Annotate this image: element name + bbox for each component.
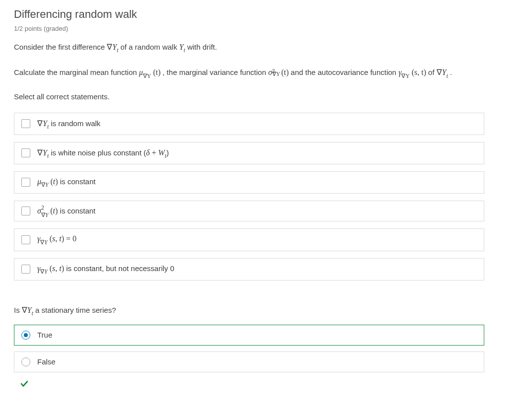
- checkbox-option-3[interactable]: μ∇Y (t) is constant: [14, 171, 484, 194]
- problem-title: Differencing random walk: [14, 8, 484, 21]
- text: Calculate the marginal mean function: [14, 68, 139, 76]
- checkbox-option-1[interactable]: ∇Yt is random walk: [14, 113, 484, 135]
- checkbox-icon: [21, 148, 30, 157]
- paragraph-2: Calculate the marginal mean function μ∇Y…: [14, 65, 484, 81]
- option-label: γ∇Y (s, t) = 0: [37, 234, 76, 245]
- text: Is: [14, 306, 22, 314]
- option-label: μ∇Y (t) is constant: [37, 177, 95, 188]
- text: with drift.: [187, 43, 217, 51]
- math-yt: Yt: [179, 43, 187, 51]
- option-label: True: [37, 331, 52, 339]
- correct-icon: [14, 379, 484, 391]
- option-label: σ2∇Y (t) is constant: [37, 207, 95, 215]
- math-mean-fn: μ∇Y (t): [139, 68, 162, 76]
- radio-option-false[interactable]: False: [14, 351, 484, 372]
- checkbox-group: ∇Yt is random walk ∇Yt is white noise pl…: [14, 113, 484, 280]
- checkbox-option-2[interactable]: ∇Yt is white noise plus constant (δ + Wt…: [14, 142, 484, 164]
- option-label: ∇Yt is white noise plus constant (δ + Wt…: [37, 148, 169, 158]
- points-label: 1/2 points (graded): [14, 25, 484, 32]
- text: of: [428, 68, 437, 76]
- problem-page: Differencing random walk 1/2 points (gra…: [0, 0, 498, 411]
- math-nabla-yt: ∇Yt: [22, 306, 35, 314]
- text: a stationary time series?: [35, 306, 116, 314]
- checkbox-icon: [21, 207, 30, 215]
- question-2: Is ∇Yt a stationary time series?: [14, 305, 484, 316]
- text: Consider the first difference: [14, 43, 107, 51]
- radio-icon: [21, 357, 30, 366]
- checkbox-option-6[interactable]: γ∇Y (s, t) is constant, but not necessar…: [14, 258, 484, 280]
- checkbox-icon: [21, 235, 30, 244]
- checkbox-option-5[interactable]: γ∇Y (s, t) = 0: [14, 228, 484, 251]
- radio-group: True False: [14, 325, 484, 372]
- text: of a random walk: [120, 43, 179, 51]
- checkbox-option-4[interactable]: σ2∇Y (t) is constant: [14, 201, 484, 221]
- option-label: False: [37, 357, 56, 366]
- text: .: [450, 68, 452, 76]
- option-label: γ∇Y (s, t) is constant, but not necessar…: [37, 264, 174, 275]
- math-nabla-yt: ∇Yt: [437, 68, 450, 76]
- text: and the autocovariance function: [291, 68, 398, 76]
- instruction: Select all correct statements.: [14, 92, 484, 101]
- math-nabla-yt: ∇Yt: [107, 43, 120, 51]
- radio-option-true[interactable]: True: [14, 325, 484, 346]
- text: , the marginal variance function: [162, 68, 268, 76]
- radio-icon: [21, 331, 30, 340]
- math-var-fn: σ2∇Y (t): [268, 68, 291, 76]
- math-autocov-fn: γ∇Y (s, t): [398, 68, 428, 76]
- option-label: ∇Yt is random walk: [37, 119, 100, 129]
- checkbox-icon: [21, 178, 30, 187]
- checkbox-icon: [21, 119, 30, 128]
- paragraph-1: Consider the first difference ∇Yt of a r…: [14, 41, 484, 54]
- checkbox-icon: [21, 265, 30, 274]
